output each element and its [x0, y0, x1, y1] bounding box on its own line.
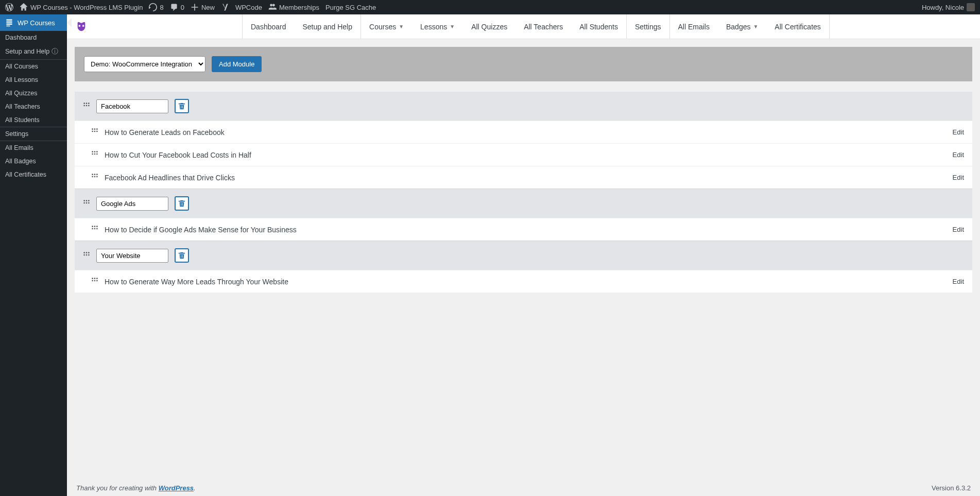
avatar [967, 3, 975, 11]
svg-point-21 [92, 176, 93, 178]
lesson-title: How to Generate Leads on Facebook [105, 128, 947, 136]
svg-point-12 [92, 151, 93, 152]
svg-point-22 [94, 176, 96, 178]
svg-point-17 [96, 153, 98, 155]
delete-module-button[interactable] [175, 248, 189, 263]
nav-setup-and-help[interactable]: Setup and Help [295, 14, 361, 39]
svg-point-19 [94, 174, 96, 175]
wpcode-link[interactable]: WPCode [235, 0, 262, 14]
edit-lesson-link[interactable]: Edit [953, 174, 964, 181]
sidebar-item-all-quizzes[interactable]: All Quizzes [0, 87, 67, 100]
wp-logo[interactable] [5, 0, 13, 14]
modules-list: How to Generate Leads on FacebookEditHow… [75, 92, 972, 293]
drag-handle-icon[interactable] [91, 225, 98, 234]
module-title-input[interactable] [96, 249, 168, 263]
nav-all-teachers[interactable]: All Teachers [515, 14, 571, 39]
svg-point-14 [96, 151, 98, 152]
svg-point-0 [83, 102, 85, 104]
sidebar-item-all-certificates[interactable]: All Certificates [0, 168, 67, 181]
chevron-down-icon: ▼ [399, 24, 404, 29]
yoast-icon [221, 3, 229, 11]
course-select[interactable]: Demo: WooCommerce Integration [84, 56, 205, 72]
edit-lesson-link[interactable]: Edit [953, 226, 964, 233]
nav-all-students[interactable]: All Students [571, 14, 626, 39]
lesson-row: How to Cut Your Facebook Lead Costs in H… [75, 143, 972, 166]
group-icon [268, 3, 277, 11]
site-link[interactable]: WP Courses - WordPress LMS Plugin [20, 0, 143, 14]
edit-lesson-link[interactable]: Edit [953, 278, 964, 285]
svg-point-34 [94, 228, 96, 230]
sidebar-item-all-teachers[interactable]: All Teachers [0, 100, 67, 113]
drag-handle-icon[interactable] [91, 173, 98, 182]
svg-point-20 [96, 174, 98, 175]
module-title-input[interactable] [96, 197, 168, 211]
svg-point-10 [94, 131, 96, 132]
yoast-link[interactable] [221, 0, 229, 14]
site-title: WP Courses - WordPress LMS Plugin [30, 4, 143, 11]
sidebar-item-dashboard[interactable]: Dashboard [0, 31, 67, 44]
edit-lesson-link[interactable]: Edit [953, 128, 964, 136]
svg-point-3 [83, 105, 85, 106]
nav-lessons[interactable]: Lessons▼ [412, 14, 463, 39]
nav-courses[interactable]: Courses▼ [361, 14, 412, 39]
svg-point-42 [92, 278, 93, 279]
nav-all-emails[interactable]: All Emails [670, 14, 718, 39]
svg-point-25 [86, 200, 88, 201]
memberships-link[interactable]: Memberships [268, 0, 319, 14]
svg-point-4 [86, 105, 88, 106]
delete-module-button[interactable] [175, 99, 189, 113]
nav-all-quizzes[interactable]: All Quizzes [463, 14, 515, 39]
nav-all-certificates[interactable]: All Certificates [766, 14, 829, 39]
wordpress-link[interactable]: WordPress [159, 484, 194, 492]
drag-handle-icon[interactable] [91, 277, 98, 286]
drag-handle-icon[interactable] [83, 251, 90, 260]
svg-point-13 [94, 151, 96, 152]
svg-point-8 [96, 128, 98, 130]
nav-settings[interactable]: Settings [627, 14, 669, 39]
delete-module-button[interactable] [175, 196, 189, 211]
sidebar-item-setup-and-help[interactable]: Setup and Help ⓘ [0, 44, 67, 59]
sidebar-item-all-courses[interactable]: All Courses [0, 60, 67, 73]
nav-badges[interactable]: Badges▼ [718, 14, 766, 39]
nav-dashboard[interactable]: Dashboard [243, 14, 295, 39]
sidebar-item-all-lessons[interactable]: All Lessons [0, 73, 67, 87]
drag-handle-icon[interactable] [83, 199, 90, 208]
add-module-button[interactable]: Add Module [212, 56, 262, 72]
purge-cache-link[interactable]: Purge SG Cache [325, 0, 376, 14]
sidebar-item-all-badges[interactable]: All Badges [0, 155, 67, 168]
svg-point-38 [88, 252, 90, 253]
module-header [75, 241, 972, 270]
new-link[interactable]: New [191, 0, 215, 14]
lesson-row: How to Generate Leads on FacebookEdit [75, 121, 972, 143]
comments-count: 0 [181, 4, 184, 11]
svg-point-6 [92, 128, 93, 130]
edit-lesson-link[interactable]: Edit [953, 151, 964, 159]
module-header [75, 189, 972, 218]
drag-handle-icon[interactable] [91, 150, 98, 159]
svg-point-40 [86, 254, 88, 255]
module-title-input[interactable] [96, 99, 168, 113]
wp-version: Version 6.3.2 [932, 484, 971, 492]
svg-point-41 [88, 254, 90, 255]
plus-icon [191, 3, 199, 11]
drag-handle-icon[interactable] [83, 102, 90, 111]
sidebar-main-item[interactable]: WP Courses [0, 14, 67, 31]
main-content: DashboardSetup and HelpCourses▼Lessons▼A… [67, 14, 980, 496]
sidebar-main-label: WP Courses [18, 19, 55, 27]
comments-link[interactable]: 0 [170, 0, 184, 14]
update-icon [149, 3, 157, 11]
sidebar-item-all-emails[interactable]: All Emails [0, 141, 67, 155]
sidebar-item-all-students[interactable]: All Students [0, 113, 67, 127]
wp-footer: Thank you for creating with WordPress. V… [76, 474, 971, 492]
svg-point-23 [96, 176, 98, 178]
updates-link[interactable]: 8 [149, 0, 163, 14]
svg-point-32 [96, 226, 98, 227]
svg-point-29 [88, 202, 90, 203]
chevron-down-icon: ▼ [450, 24, 455, 29]
svg-point-37 [86, 252, 88, 253]
drag-handle-icon[interactable] [91, 128, 98, 136]
sidebar-item-settings[interactable]: Settings [0, 127, 67, 141]
plugin-logo[interactable] [75, 21, 88, 33]
account-link[interactable]: Howdy, Nicole [922, 0, 975, 14]
admin-sidebar: WP Courses DashboardSetup and Help ⓘAll … [0, 14, 67, 496]
